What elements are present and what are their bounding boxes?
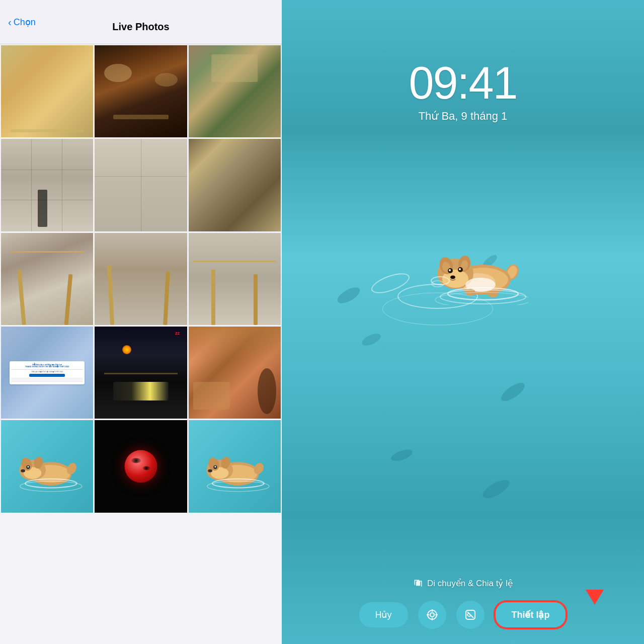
no-sound-icon: [464, 609, 476, 621]
photo-cell-selected[interactable]: [1, 420, 93, 512]
svg-point-49: [430, 613, 434, 617]
photo-cell[interactable]: [95, 45, 187, 137]
photo-cell[interactable]: [189, 45, 281, 137]
setup-button[interactable]: Thiết lập: [495, 601, 567, 628]
nav-bar: ‹ Chọn Live Photos: [0, 0, 282, 44]
cancel-button[interactable]: Hủy: [359, 602, 408, 627]
photo-cell[interactable]: [189, 233, 281, 325]
photo-cell[interactable]: [1, 139, 93, 231]
back-label: Chọn: [14, 17, 36, 28]
photo-cell[interactable]: [189, 139, 281, 231]
target-button[interactable]: [418, 601, 446, 629]
photo-cell[interactable]: 22: [95, 327, 187, 419]
svg-point-42: [488, 290, 498, 297]
lock-date: Thứ Ba, 9 tháng 1: [419, 110, 508, 123]
photo-cell[interactable]: [95, 233, 187, 325]
photo-cell[interactable]: Sở Giáo dục và Đào tạo Gia Lai TRANG THÔ…: [1, 327, 93, 419]
photo-cell[interactable]: [189, 420, 281, 512]
action-buttons: Hủy Thiết lập: [359, 601, 567, 629]
no-sound-button[interactable]: [456, 601, 485, 629]
target-icon: [426, 609, 438, 621]
page-title: Live Photos: [112, 21, 169, 33]
left-panel: ‹ Chọn Live Photos: [0, 0, 282, 644]
svg-point-36: [449, 269, 451, 271]
photo-grid: Sở Giáo dục và Đào tạo Gia Lai TRANG THÔ…: [0, 44, 282, 644]
photo-cell[interactable]: [95, 139, 187, 231]
lock-time: 09:41: [409, 60, 517, 106]
back-button[interactable]: ‹ Chọn: [8, 16, 36, 28]
move-scale-text: Di chuyển & Chia tỷ lệ: [427, 578, 513, 589]
right-panel: 09:41 Thứ Ba, 9 tháng 1: [282, 0, 644, 644]
crop-icon: [413, 579, 423, 589]
photo-cell[interactable]: [1, 45, 93, 137]
move-scale-label: Di chuyển & Chia tỷ lệ: [413, 578, 513, 589]
photo-cell[interactable]: [189, 327, 281, 419]
svg-point-38: [459, 268, 461, 270]
svg-point-20: [208, 469, 213, 472]
chevron-left-icon: ‹: [8, 16, 12, 28]
photo-cell[interactable]: [95, 420, 187, 512]
svg-point-8: [21, 469, 25, 472]
svg-point-39: [450, 275, 455, 279]
svg-point-7: [27, 466, 29, 467]
svg-line-55: [467, 612, 473, 618]
photo-cell[interactable]: [1, 233, 93, 325]
svg-point-19: [215, 466, 216, 467]
bottom-controls: Di chuyển & Chia tỷ lệ Hủy: [282, 578, 644, 644]
corgi-illustration: [428, 234, 528, 307]
